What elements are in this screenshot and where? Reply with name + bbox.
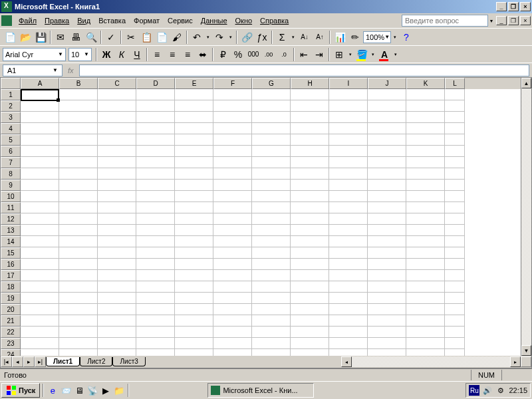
cell[interactable] — [213, 236, 252, 247]
col-header[interactable]: G — [252, 78, 291, 89]
close-button[interactable]: × — [520, 2, 531, 11]
cell[interactable] — [136, 225, 175, 236]
cell[interactable] — [445, 293, 465, 304]
cell[interactable] — [59, 338, 98, 349]
cell[interactable] — [445, 259, 465, 270]
redo-dropdown-icon[interactable]: ▾ — [227, 35, 234, 40]
cell[interactable] — [406, 281, 445, 293]
cell[interactable] — [291, 236, 329, 247]
cell[interactable] — [136, 270, 175, 281]
cell[interactable] — [98, 281, 136, 293]
cell[interactable] — [59, 247, 98, 259]
row-header[interactable]: 18 — [1, 281, 21, 293]
cell[interactable] — [59, 202, 98, 213]
cell[interactable] — [291, 134, 329, 146]
row-header[interactable]: 21 — [1, 315, 21, 327]
cell[interactable] — [368, 259, 406, 270]
cell[interactable] — [406, 157, 445, 168]
cell[interactable] — [59, 349, 98, 356]
cell[interactable] — [252, 134, 291, 146]
cell[interactable] — [136, 168, 175, 180]
row-header[interactable]: 6 — [1, 146, 21, 157]
cell[interactable] — [21, 293, 59, 304]
cell[interactable] — [329, 89, 368, 100]
row-header[interactable]: 9 — [1, 180, 21, 191]
cell[interactable] — [136, 315, 175, 327]
cell[interactable] — [21, 315, 59, 327]
row-header[interactable]: 3 — [1, 112, 21, 123]
italic-icon[interactable]: К — [114, 47, 129, 62]
cell[interactable] — [329, 112, 368, 123]
align-center-icon[interactable]: ≡ — [165, 47, 180, 62]
zoom-dropdown-icon[interactable]: ▾ — [392, 35, 398, 40]
cell[interactable] — [59, 100, 98, 112]
restore-button[interactable]: ❐ — [508, 2, 519, 11]
cell[interactable] — [213, 247, 252, 259]
cell[interactable] — [445, 100, 465, 112]
cell[interactable] — [291, 247, 329, 259]
sheet-tab-3[interactable]: Лист3 — [112, 357, 145, 366]
hyperlink-icon[interactable]: 🔗 — [239, 30, 254, 45]
cell[interactable] — [291, 100, 329, 112]
menu-view[interactable]: Вид — [73, 15, 94, 26]
cell[interactable] — [445, 89, 465, 100]
cell[interactable] — [59, 134, 98, 146]
cell[interactable] — [59, 327, 98, 338]
cell[interactable] — [445, 191, 465, 202]
cell[interactable] — [59, 270, 98, 281]
cell[interactable] — [291, 225, 329, 236]
row-header[interactable]: 4 — [1, 123, 21, 134]
save-icon[interactable]: 💾 — [33, 30, 48, 45]
scroll-up-icon[interactable]: ▲ — [521, 78, 531, 88]
cell[interactable] — [136, 281, 175, 293]
volume-icon[interactable]: 🔊 — [482, 385, 493, 396]
cell[interactable] — [252, 225, 291, 236]
cell[interactable] — [175, 100, 213, 112]
cell[interactable] — [213, 338, 252, 349]
cell[interactable] — [21, 89, 59, 101]
cell[interactable] — [213, 168, 252, 180]
cell[interactable] — [98, 168, 136, 180]
cell[interactable] — [175, 123, 213, 134]
cell[interactable] — [329, 202, 368, 213]
cell[interactable] — [445, 202, 465, 213]
cell[interactable] — [175, 168, 213, 180]
cell[interactable] — [291, 338, 329, 349]
cell[interactable] — [368, 180, 406, 191]
cell[interactable] — [21, 270, 59, 281]
menu-file[interactable]: Файл — [15, 15, 41, 26]
cell[interactable] — [175, 270, 213, 281]
cell[interactable] — [329, 123, 368, 134]
cell[interactable] — [98, 123, 136, 134]
cell[interactable] — [329, 236, 368, 247]
cell[interactable] — [98, 202, 136, 213]
row-header[interactable]: 15 — [1, 247, 21, 259]
autosum-icon[interactable]: Σ — [275, 30, 289, 45]
cell[interactable] — [21, 202, 59, 213]
cell[interactable] — [136, 134, 175, 146]
cell[interactable] — [368, 281, 406, 293]
cell[interactable] — [252, 247, 291, 259]
cell[interactable] — [406, 315, 445, 327]
cell[interactable] — [136, 157, 175, 168]
col-header[interactable]: B — [59, 78, 98, 89]
cell[interactable] — [136, 123, 175, 134]
chart-icon[interactable]: 📊 — [332, 30, 347, 45]
cell[interactable] — [98, 225, 136, 236]
scroll-left-icon[interactable]: ◂ — [341, 356, 352, 367]
cell[interactable] — [213, 270, 252, 281]
cell[interactable] — [136, 236, 175, 247]
cell[interactable] — [175, 349, 213, 356]
cell[interactable] — [368, 134, 406, 146]
cell[interactable] — [98, 247, 136, 259]
undo-dropdown-icon[interactable]: ▾ — [205, 35, 211, 40]
cell[interactable] — [406, 112, 445, 123]
cell[interactable] — [59, 259, 98, 270]
cell[interactable] — [445, 270, 465, 281]
cell[interactable] — [291, 293, 329, 304]
cell[interactable] — [252, 213, 291, 225]
cell[interactable] — [368, 123, 406, 134]
row-header[interactable]: 7 — [1, 157, 21, 168]
cell[interactable] — [329, 247, 368, 259]
cell[interactable] — [136, 327, 175, 338]
